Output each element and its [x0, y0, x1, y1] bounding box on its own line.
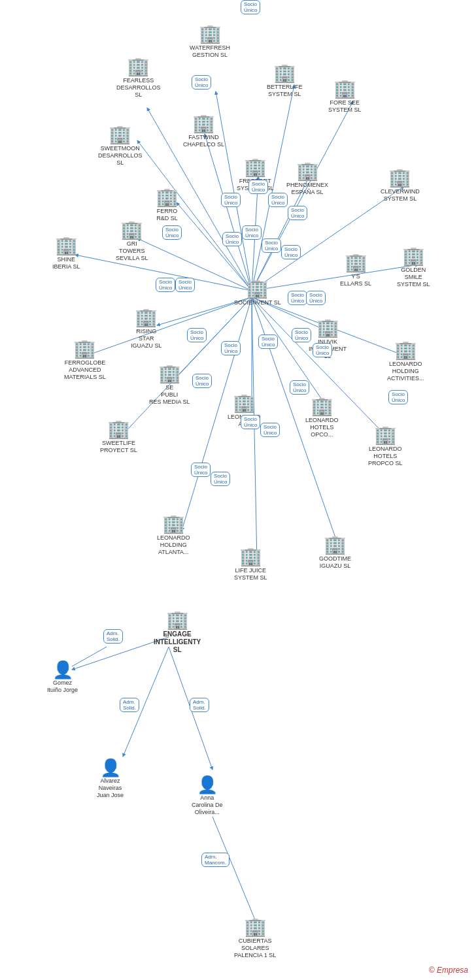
badge-su22: SocioÚnico [192, 374, 212, 388]
badge-label-su10[interactable]: SocioÚnico [281, 245, 301, 259]
label-gomez: Gomez Ituiño Jorge [47, 679, 78, 694]
node-shineiberia[interactable]: 🏢 SHINE IBERIA SL [52, 237, 80, 270]
node-cleverwind[interactable]: 🏢 CLEVERWIND SYSTEM SL [381, 169, 420, 203]
badge-label-su12[interactable]: SocioÚnico [175, 278, 195, 292]
building-icon-sweetmoon: 🏢 [109, 125, 131, 144]
badge-label-adm2[interactable]: Adm.Solid. [120, 698, 139, 712]
node-leonardohold-atlanta[interactable]: 🏢 LEONARDO HOLDING ATLANTA... [157, 515, 190, 555]
node-rising[interactable]: 🏢 RISING STAR IGUAZU SL [131, 308, 162, 349]
node-lifejuice[interactable]: 🏢 LIFE JUICE SYSTEM SL [234, 547, 267, 581]
node-ferro[interactable]: 🏢 FERRO R&D SL [156, 188, 178, 222]
node-gomez[interactable]: 👤 Gomez Ituiño Jorge [47, 661, 78, 694]
badge-su27: SocioÚnico [211, 472, 230, 486]
badge-label-su11[interactable]: SocioÚnico [156, 278, 175, 292]
node-sweetlife[interactable]: 🏢 SWEETLIFE PROYECT SL [100, 420, 137, 454]
node-yellars[interactable]: 🏢 Y'S ELLARS SL [340, 253, 371, 287]
building-icon-foresee: 🏢 [333, 80, 356, 98]
node-leonardohotels-propco[interactable]: 🏢 LEONARDO HOTELS PROPCO SL [368, 426, 403, 466]
building-icon-sepublores: 🏢 [158, 365, 181, 383]
node-anna[interactable]: 👤 Anna Carolina De Oliveira... [192, 776, 223, 815]
badge-su18: SocioÚnico [258, 335, 278, 349]
badge-label-su19[interactable]: SocioÚnico [292, 328, 311, 342]
badge-label-su21[interactable]: SocioÚnico [388, 390, 408, 404]
badge-label-adm4[interactable]: Adm.Mancom. [201, 853, 230, 867]
badge-label-su23[interactable]: SocioÚnico [241, 415, 260, 429]
badge-label-su13[interactable]: SocioÚnico [288, 291, 307, 305]
label-ferroglobe: FERROGLOBE ADVANCED MATERIALS SL [64, 359, 106, 380]
badge-su12: SocioÚnico [175, 278, 195, 292]
building-icon-goodtime: 🏢 [324, 536, 347, 554]
badge-label-su26[interactable]: SocioÚnico [191, 463, 211, 477]
node-cubiertas[interactable]: 🏢 CUBIERTAS SOLARES PALENCIA 1 SL [234, 918, 276, 958]
badge-label-su20[interactable]: SocioÚnico [313, 343, 332, 357]
badge-label-su9[interactable]: SocioÚnico [262, 238, 281, 253]
badge-label-su4[interactable]: SocioÚnico [268, 193, 288, 207]
node-waterfresh[interactable]: 🏢 WATERFRESH GESTION SL [190, 25, 230, 59]
node-gritowers[interactable]: 🏢 GRI TOWERS SEVILLA SL [116, 221, 148, 261]
badge-su15: SocioÚnico [187, 328, 207, 342]
building-icon-freeport: 🏢 [244, 158, 267, 176]
badge-label-su17[interactable]: SocioÚnico [241, 0, 260, 14]
badge-label-su7[interactable]: SocioÚnico [222, 232, 242, 246]
badge-label-su24[interactable]: SocioÚnico [260, 423, 280, 437]
building-icon-rising: 🏢 [135, 308, 158, 327]
badge-adm2: Adm.Solid. [120, 698, 139, 712]
node-alvarez[interactable]: 👤 Alvarez Naveiras Juan Jose [97, 759, 124, 798]
connections-svg [0, 0, 476, 980]
badge-adm4: Adm.Mancom. [201, 853, 230, 867]
building-icon-phenomenex: 🏢 [296, 162, 319, 180]
label-fearless: FEARLESS DESARROLLOS SL [116, 77, 161, 98]
label-rising: RISING STAR IGUAZU SL [131, 328, 162, 349]
node-socienvent[interactable]: 🏢 SOCIENVENT SL [234, 280, 281, 306]
badge-label-su22[interactable]: SocioÚnico [192, 374, 212, 388]
badge-su13: SocioÚnico [288, 291, 307, 305]
badge-su5: SocioÚnico [288, 206, 307, 220]
badge-su6: SocioÚnico [162, 225, 182, 240]
badge-label-su15[interactable]: SocioÚnico [187, 328, 207, 342]
badge-label-su8[interactable]: SocioÚnico [242, 225, 262, 240]
badge-label-su2[interactable]: SocioÚnico [221, 193, 241, 207]
node-phenomenex[interactable]: 🏢 PHENOMENEX ESPAÑA SL [286, 162, 328, 196]
badge-label-su6[interactable]: SocioÚnico [162, 225, 182, 240]
node-ferroglobe[interactable]: 🏢 FERROGLOBE ADVANCED MATERIALS SL [64, 340, 106, 380]
badge-label-su14[interactable]: SocioÚnico [306, 291, 326, 305]
badge-label-su1[interactable]: SocioÚnico [192, 75, 211, 90]
badge-label-su27[interactable]: SocioÚnico [211, 472, 230, 486]
badge-label-su25[interactable]: SocioÚnico [290, 380, 309, 395]
node-goldensmile[interactable]: 🏢 GOLDEN SMILE SYSTEM SL [397, 247, 430, 287]
label-lifejuice: LIFE JUICE SYSTEM SL [234, 567, 267, 581]
label-leonardohold-atlanta: LEONARDO HOLDING ATLANTA... [157, 534, 190, 555]
badge-label-su18[interactable]: SocioÚnico [258, 335, 278, 349]
building-icon-yellars: 🏢 [345, 253, 367, 272]
building-icon-leonardohold-atlanta: 🏢 [162, 515, 185, 533]
node-sweetmoon[interactable]: 🏢 SWEETMOON DESARROLLOS SL [98, 125, 143, 166]
node-sepublores[interactable]: 🏢 SE PUBLI RES MEDIA SL [149, 365, 190, 405]
building-icon-fearless: 🏢 [127, 57, 150, 76]
building-icon-gritowers: 🏢 [120, 221, 143, 239]
svg-line-29 [212, 817, 257, 924]
label-leonardohotels-opco: LEONARDO HOTELS OPCO... [305, 417, 339, 438]
building-icon-engage: 🏢 [166, 611, 189, 629]
badge-su16: SocioÚnico [221, 341, 241, 355]
badge-label-su16[interactable]: SocioÚnico [221, 341, 241, 355]
building-icon-fastwind: 🏢 [192, 114, 215, 133]
label-waterfresh: WATERFRESH GESTION SL [190, 44, 230, 59]
building-icon-betterlife: 🏢 [273, 64, 296, 82]
badge-label-su5[interactable]: SocioÚnico [288, 206, 307, 220]
badge-label-su3[interactable]: SocioÚnico [248, 180, 268, 194]
node-foresee[interactable]: 🏢 FORE SEE SYSTEM SL [328, 80, 362, 114]
node-fastwind[interactable]: 🏢 FASTWIND CHAPELCO SL [183, 114, 224, 148]
person-icon-gomez: 👤 [52, 661, 73, 678]
node-leonardohotels-opco[interactable]: 🏢 LEONARDO HOTELS OPCO... [305, 397, 339, 438]
node-betterlife[interactable]: 🏢 BETTERLIFE SYSTEM SL [267, 64, 303, 98]
badge-su23: SocioÚnico [241, 415, 260, 429]
node-fearless[interactable]: 🏢 FEARLESS DESARROLLOS SL [116, 57, 161, 98]
badge-su20: SocioÚnico [313, 343, 332, 357]
badge-label-adm1[interactable]: Adm.Solid. [103, 629, 123, 644]
badge-su9: SocioÚnico [262, 238, 281, 253]
node-engage[interactable]: 🏢 ENGAGE INTELLIGENTY SL [154, 611, 201, 654]
building-icon-leonardohotels-opco: 🏢 [311, 397, 333, 416]
badge-label-adm3[interactable]: Adm.Solid. [190, 698, 209, 712]
node-leonardo-hold[interactable]: 🏢 LEONARDO HOLDING ACTIVITIES... [387, 341, 424, 382]
node-goodtime[interactable]: 🏢 GOODTIME IGUAZU SL [319, 536, 351, 570]
